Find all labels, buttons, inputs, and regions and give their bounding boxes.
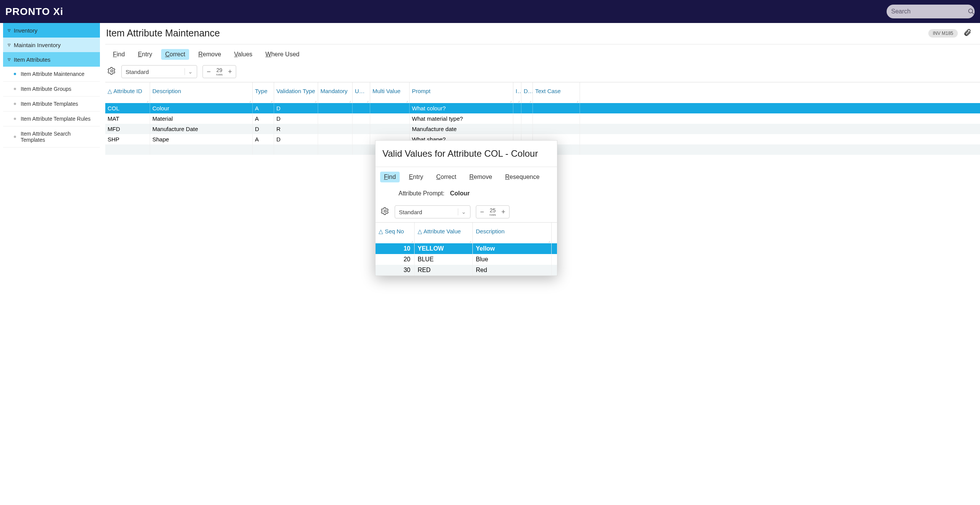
- rows-control: − 29 rows +: [203, 65, 236, 78]
- sidebar-item-inventory[interactable]: ▿ Inventory: [3, 23, 100, 38]
- svg-line-1: [972, 12, 974, 14]
- view-selector[interactable]: Standard ⌄: [121, 65, 197, 78]
- rows-count: 25: [490, 208, 496, 213]
- cell-type: A: [253, 103, 274, 113]
- grid-header: Attribute IDDescriptionTypeValidation Ty…: [105, 82, 980, 103]
- plus-button[interactable]: +: [501, 208, 505, 216]
- cell-value: YELLOW: [415, 243, 473, 254]
- chevron-down-icon: ⌄: [188, 68, 193, 75]
- svg-point-2: [111, 70, 113, 72]
- action-remove[interactable]: Remove: [466, 172, 496, 182]
- minus-button[interactable]: −: [480, 208, 484, 216]
- action-where-used[interactable]: Where Used: [261, 49, 303, 60]
- sidebar-item-maintain-inventory[interactable]: ▿ Maintain Inventory: [3, 38, 100, 52]
- column-header[interactable]: Multi Value: [370, 82, 410, 103]
- cell-desc: Material: [150, 113, 253, 124]
- column-header[interactable]: Attribute Value: [415, 223, 473, 243]
- chevron-down-icon: ▿: [8, 56, 11, 63]
- cell-id: MFD: [105, 124, 150, 134]
- sidebar-leaf[interactable]: Item Attribute Groups: [3, 82, 100, 97]
- cell-type: D: [253, 124, 274, 134]
- action-remove[interactable]: Remove: [194, 49, 225, 60]
- column-header[interactable]: UOM: [353, 82, 370, 103]
- table-row[interactable]: 10YELLOWYellow: [376, 243, 557, 254]
- cell-uom: [353, 113, 370, 124]
- attachment-icon[interactable]: [963, 28, 972, 38]
- cell-type: A: [253, 134, 274, 144]
- table-row[interactable]: MATMaterialADWhat material type?: [105, 113, 980, 124]
- action-entry[interactable]: Entry: [134, 49, 156, 60]
- dialog-view-selector[interactable]: Standard ⌄: [395, 205, 470, 218]
- toolbar: Standard ⌄ − 29 rows +: [105, 65, 980, 82]
- cell-value: RED: [415, 265, 473, 275]
- column-header[interactable]: Prompt: [410, 82, 513, 103]
- sidebar-label: Maintain Inventory: [14, 42, 61, 48]
- grid-header: Seq NoAttribute ValueDescription: [376, 223, 557, 243]
- gear-icon[interactable]: [108, 67, 116, 77]
- page-title: Item Attribute Maintenance: [106, 28, 220, 39]
- main-panel: Item Attribute Maintenance INV M185 Find…: [105, 23, 980, 155]
- bullet-icon: [14, 73, 16, 75]
- table-row[interactable]: COLColourADWhat colour?: [105, 103, 980, 113]
- cell-uom: [353, 124, 370, 134]
- column-header[interactable]: D…: [521, 82, 533, 103]
- view-name: Standard: [399, 209, 422, 215]
- table-row[interactable]: 30REDRed: [376, 265, 557, 275]
- column-header[interactable]: Text Case: [533, 82, 580, 103]
- sidebar-item-item-attributes[interactable]: ▿ Item Attributes: [3, 52, 100, 67]
- cell-description: Yellow: [473, 243, 552, 254]
- action-resequence[interactable]: Resequence: [501, 172, 544, 182]
- cell-description: Blue: [473, 254, 552, 265]
- table-row[interactable]: 20BLUEBlue: [376, 254, 557, 265]
- brand-logo: PRONTO Xi: [5, 6, 64, 18]
- sidebar-leaf[interactable]: Item Attribute Search Templates: [3, 126, 100, 148]
- cell-tc: [533, 113, 580, 124]
- cell-d: [521, 124, 533, 134]
- valid-values-dialog: Valid Values for Attribute COL - Colour …: [375, 140, 557, 276]
- attribute-prompt-value: Colour: [450, 190, 470, 197]
- minus-button[interactable]: −: [207, 68, 211, 76]
- sidebar-leaf[interactable]: Item Attribute Templates: [3, 97, 100, 111]
- sidebar-leaf[interactable]: Item Attribute Template Rules: [3, 111, 100, 126]
- plus-button[interactable]: +: [228, 68, 232, 76]
- action-find[interactable]: Find: [380, 172, 400, 182]
- page-header: Item Attribute Maintenance INV M185: [105, 23, 980, 44]
- action-entry[interactable]: Entry: [405, 172, 427, 182]
- column-header[interactable]: Description: [473, 223, 552, 243]
- cell-mand: [318, 134, 353, 144]
- cell-d: [521, 113, 533, 124]
- cell-type: A: [253, 113, 274, 124]
- column-header[interactable]: Type: [253, 82, 274, 103]
- bullet-icon: [14, 118, 16, 120]
- svg-point-0: [969, 9, 973, 13]
- gear-icon[interactable]: [381, 207, 389, 217]
- action-correct[interactable]: Correct: [432, 172, 460, 182]
- column-header[interactable]: Description: [150, 82, 253, 103]
- sidebar-leaf[interactable]: Item Attribute Maintenance: [3, 67, 100, 82]
- global-search[interactable]: [887, 5, 975, 18]
- cell-val: D: [274, 134, 318, 144]
- column-header[interactable]: Mandatory: [318, 82, 353, 103]
- action-find[interactable]: Find: [109, 49, 129, 60]
- dialog-rows-control: − 25 rows +: [476, 205, 510, 218]
- column-header[interactable]: Validation Type: [274, 82, 318, 103]
- cell-mand: [318, 113, 353, 124]
- column-header[interactable]: Attribute ID: [105, 82, 150, 103]
- cell-prompt: What material type?: [410, 113, 513, 124]
- cell-description: Red: [473, 265, 552, 275]
- cell-seq: 10: [376, 243, 415, 254]
- cell-multi: [370, 124, 410, 134]
- action-values[interactable]: Values: [230, 49, 256, 60]
- column-header[interactable]: Seq No: [376, 223, 415, 243]
- chevron-down-icon: ▿: [8, 41, 11, 48]
- sidebar-leaf-label: Item Attribute Maintenance: [21, 71, 85, 77]
- table-row[interactable]: MFDManufacture DateDRManufacture date: [105, 124, 980, 134]
- cell-seq: 30: [376, 265, 415, 275]
- svg-point-3: [384, 210, 386, 212]
- cell-multi: [370, 103, 410, 113]
- search-input[interactable]: [891, 8, 968, 15]
- bullet-icon: [14, 88, 16, 90]
- column-header[interactable]: I…: [513, 82, 521, 103]
- action-correct[interactable]: Correct: [161, 49, 189, 60]
- dialog-toolbar: Standard ⌄ − 25 rows +: [376, 205, 557, 222]
